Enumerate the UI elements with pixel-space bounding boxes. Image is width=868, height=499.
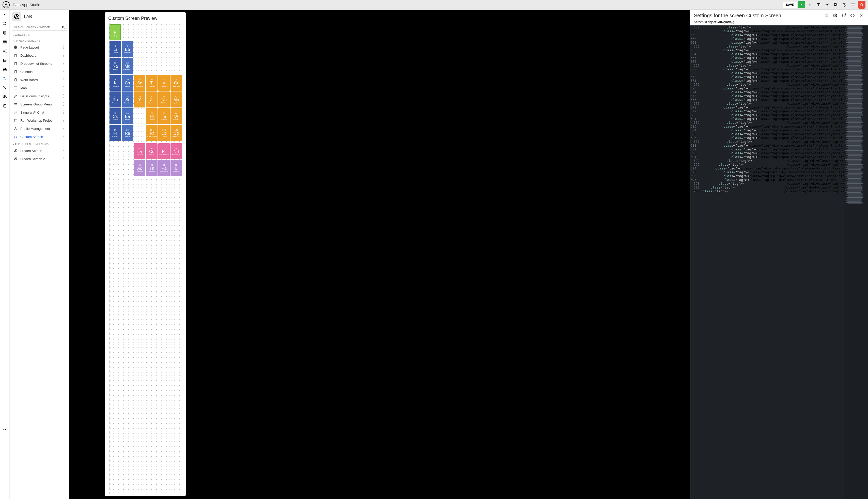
element-tile[interactable]: 59PrPraseodymium [158, 143, 170, 159]
sidebar-item[interactable]: Page Layout ⋮ [10, 43, 69, 51]
code-line[interactable]: 667 class="tag"></class="tag">divclass="… [690, 63, 844, 67]
code-line[interactable]: 661 class="tag"><class="tag">span class=… [690, 41, 844, 45]
preview-card[interactable]: Custom Screen Preview 1HHydrogen3LiLithi… [105, 12, 186, 496]
widgets-section-header[interactable]: ▸ WIDGETS (2) [10, 32, 69, 37]
collapse-icon[interactable] [2, 12, 8, 17]
hidden-section-header[interactable]: ▸ APP HIDDEN SCREENS (2) [10, 141, 69, 147]
more-icon[interactable]: ⋮ [60, 102, 66, 106]
element-tile[interactable]: 104RfRutherfordium [146, 125, 158, 141]
element-tile[interactable]: 12MgMagnesium [122, 58, 133, 74]
code-line[interactable]: 683 class="tag"><class="tag">div class=c… [690, 124, 844, 128]
code-line[interactable]: 678 class="tag"><class="tag">div class=c… [690, 106, 844, 109]
element-tile[interactable]: 60NdNeodymium [171, 143, 182, 159]
design-icon[interactable] [2, 76, 8, 81]
code-line[interactable]: 658 class="tag"><class="tag">div class=c… [690, 29, 844, 33]
code-line[interactable]: 682 class="tag"></class="tag">divclass="… [690, 121, 844, 124]
element-tile[interactable]: 40ZrZirconium [146, 92, 158, 108]
element-tile[interactable]: 87FrFrancium [110, 125, 121, 141]
tools-icon[interactable] [2, 85, 8, 90]
delete-button[interactable] [858, 1, 866, 9]
sidebar-item[interactable]: DataForms Insights ⋮ [10, 92, 69, 100]
cube-icon[interactable] [832, 12, 839, 19]
add-button[interactable] [806, 1, 814, 9]
code-line[interactable]: 692 class="tag"></class="tag">divclass="… [690, 159, 844, 162]
more-icon[interactable]: ⋮ [60, 53, 66, 58]
more-icon[interactable]: ⋮ [60, 94, 66, 98]
code-line[interactable]: 689 class="tag"><class="tag">span class=… [690, 147, 844, 151]
copy-button[interactable] [832, 1, 840, 9]
more-icon[interactable]: ⋮ [60, 126, 66, 131]
code-line[interactable]: 670 class="tag"><class="tag">span class=… [690, 75, 844, 79]
widgets-icon[interactable] [2, 21, 8, 26]
code-line[interactable]: 677 class="tag"></class="tag">divclass="… [690, 102, 844, 106]
code-icon[interactable] [849, 12, 856, 19]
code-line[interactable]: 660 class="tag"><class="tag">span class=… [690, 37, 844, 41]
element-tile[interactable]: 41NbNiobium [158, 92, 170, 108]
code-line[interactable]: 691 class="tag"><class="tag">span class=… [690, 155, 844, 159]
element-tile[interactable]: 106SgSeaborgium [171, 125, 182, 141]
close-icon[interactable] [858, 12, 865, 19]
database-icon[interactable] [2, 30, 8, 36]
code-line[interactable]: 681 class="tag"><class="tag">span class=… [690, 117, 844, 121]
code-line[interactable]: 657 class="tag"></class="tag">divclass="… [690, 25, 844, 29]
sidebar-item[interactable]: Screens Group Menu ⋮ [10, 100, 69, 108]
run-button[interactable] [798, 1, 805, 8]
code-line[interactable]: 699 class="tag"></class="tag">bodyclass=… [690, 185, 844, 189]
code-line[interactable]: 695 class="tag"><class="tag">h2 id=class… [690, 170, 844, 174]
sidebar-item[interactable]: Profile Management ⋮ [10, 124, 69, 133]
code-line[interactable]: 663 class="tag"><class="tag">div class=c… [690, 48, 844, 52]
more-icon[interactable]: ⋮ [60, 135, 66, 139]
more-icon[interactable]: ⋮ [60, 45, 66, 49]
code-line[interactable]: 668 class="tag"><class="tag">div class=c… [690, 67, 844, 71]
code-editor[interactable]: 657 class="tag"></class="tag">divclass="… [690, 25, 868, 499]
element-tile[interactable]: 23VVanadium [158, 75, 170, 91]
more-icon[interactable]: ⋮ [60, 86, 66, 90]
sidebar-item[interactable]: Dashboard ⋮ [10, 51, 69, 59]
code-line[interactable]: 696 class="tag"><class="tag">p id=class=… [690, 174, 844, 178]
element-tile[interactable]: 89AcActinium [134, 160, 145, 176]
sidebar-item[interactable]: Map ⋮ [10, 84, 69, 92]
refresh-icon[interactable] [2, 427, 8, 433]
screen-info-icon[interactable] [823, 12, 830, 19]
element-tile[interactable]: 72HfHafnium [146, 108, 158, 124]
save-button[interactable]: SAVE [783, 2, 797, 8]
sidebar-item[interactable]: Custom Screen ⋮ [10, 133, 69, 141]
sidebar-item[interactable]: Run Workshop Project ⋮ [10, 117, 69, 124]
sidebar-item[interactable]: Calendar ⋮ [10, 68, 69, 76]
code-line[interactable]: 700class="tag"></class="tag">htmlclass="… [690, 189, 844, 193]
more-icon[interactable]: ⋮ [60, 70, 66, 74]
more-icon[interactable]: ⋮ [60, 149, 66, 153]
history-button[interactable] [841, 1, 848, 9]
element-tile[interactable]: 56BaBarium [122, 108, 133, 124]
element-tile[interactable]: 91PaProtactinium [158, 160, 170, 176]
code-line[interactable]: 662 class="tag"></class="tag">divclass="… [690, 45, 844, 48]
code-line[interactable]: 680 class="tag"><class="tag">span class=… [690, 113, 844, 117]
element-tile[interactable]: 4BeBeryllium [122, 41, 133, 57]
code-line[interactable]: 694 class="tag"><class="tag">div id=clas… [690, 167, 844, 170]
element-tile[interactable]: 19KPotassium [110, 75, 121, 91]
element-tile[interactable]: 20CaCalcium [122, 75, 133, 91]
more-icon[interactable]: ⋮ [60, 61, 66, 65]
element-tile[interactable]: 57LaLanthanum [134, 143, 145, 159]
reload-icon[interactable] [841, 12, 847, 19]
code-line[interactable]: 671 class="tag"><class="tag">span class=… [690, 79, 844, 83]
element-tile[interactable]: 88RaRadium [122, 125, 133, 141]
element-tile[interactable]: 37RbRubidium [110, 92, 121, 108]
minimap[interactable] [844, 25, 868, 499]
sidebar-item[interactable]: Dropdown of Screens ⋮ [10, 59, 69, 68]
code-line[interactable]: 673 class="tag"><class="tag">div class=c… [690, 86, 844, 90]
code-line[interactable]: 688 class="tag"><class="tag">div class=c… [690, 144, 844, 147]
search-button[interactable] [60, 24, 67, 31]
code-line[interactable]: 697 class="tag"><class="tag">p id=class=… [690, 178, 844, 182]
element-tile[interactable]: 21ScScandium [134, 75, 145, 91]
toolbox-icon[interactable] [2, 66, 8, 72]
element-tile[interactable]: 22TiTitanium [146, 75, 158, 91]
code-line[interactable]: 669 class="tag"><class="tag">span class=… [690, 71, 844, 75]
code-line[interactable]: 666 class="tag"><class="tag">span class=… [690, 60, 844, 63]
code-line[interactable]: 684 class="tag"><class="tag">span class=… [690, 128, 844, 132]
code-line[interactable]: 675 class="tag"><class="tag">span class=… [690, 94, 844, 98]
code-line[interactable]: 690 class="tag"><class="tag">span class=… [690, 151, 844, 155]
code-line[interactable]: 676 class="tag"><class="tag">span class=… [690, 98, 844, 102]
more-icon[interactable]: ⋮ [60, 118, 66, 122]
more-icon[interactable]: ⋮ [60, 78, 66, 82]
